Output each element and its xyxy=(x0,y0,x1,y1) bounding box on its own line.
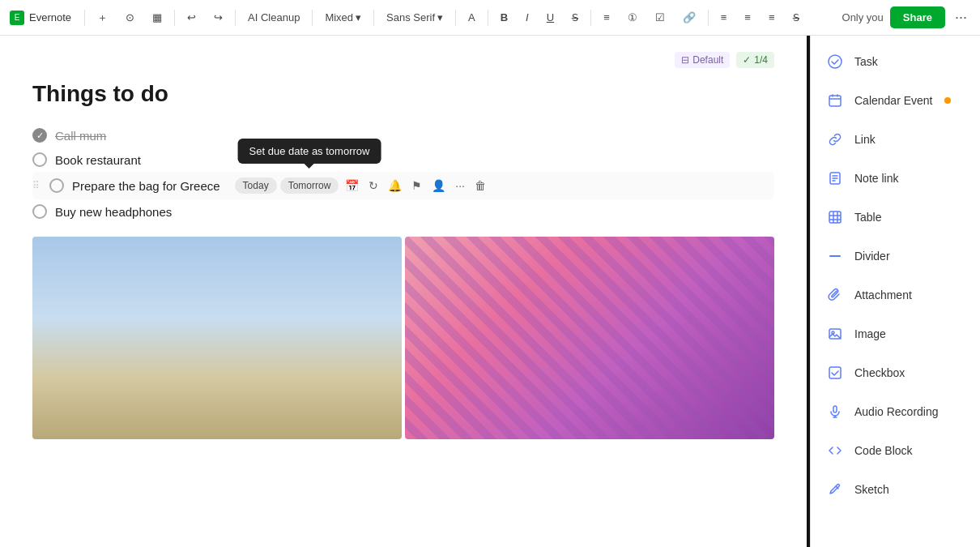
divider-3 xyxy=(235,10,236,26)
panel-checkbox-label: Checkbox xyxy=(854,366,905,379)
calendar-tool-button[interactable]: 📅 xyxy=(342,177,362,194)
count-label: 1/4 xyxy=(754,54,768,66)
bold-button[interactable]: B xyxy=(495,8,513,27)
checkbox-icon xyxy=(824,361,846,384)
task-text: Call mum xyxy=(55,129,106,143)
style-selector[interactable]: Mixed ▾ xyxy=(319,8,367,27)
calendar-badge xyxy=(944,97,951,104)
panel-item-sketch[interactable]: Sketch xyxy=(811,470,980,509)
image-icon xyxy=(824,323,846,345)
today-button[interactable]: Today xyxy=(235,177,277,194)
audio-icon xyxy=(824,400,846,423)
divider-1 xyxy=(84,10,85,26)
count-badge: ✓ 1/4 xyxy=(736,52,774,68)
panel-item-note-link[interactable]: Note link xyxy=(811,159,980,198)
panel-item-divider[interactable]: Divider xyxy=(811,237,980,276)
check-icon: ✓ xyxy=(743,54,751,66)
underline-button[interactable]: U xyxy=(541,8,560,27)
panel-item-calendar[interactable]: Calendar Event xyxy=(811,81,980,120)
default-label: Default xyxy=(692,54,723,66)
panel-item-attachment[interactable]: Attachment xyxy=(811,276,980,314)
task-item: Book restaurant xyxy=(32,147,774,172)
task-checkbox[interactable] xyxy=(32,128,47,143)
app-icon: E xyxy=(10,11,24,25)
page-title: Things to do xyxy=(32,81,774,107)
font-selector[interactable]: Sans Serif ▾ xyxy=(381,8,449,27)
task-item: Buy new headphones xyxy=(32,199,774,224)
undo-button[interactable]: ↩ xyxy=(181,8,202,27)
more-tool-button[interactable]: ··· xyxy=(452,177,468,194)
building-image xyxy=(32,237,402,439)
drag-handle[interactable]: ⠿ xyxy=(32,180,40,191)
new-button[interactable]: ＋ xyxy=(92,7,113,28)
default-badge: ⊟ Default xyxy=(675,52,730,68)
align-center-button[interactable]: ≡ xyxy=(715,8,733,27)
calendar-icon xyxy=(824,89,846,112)
attachment-icon xyxy=(824,284,846,306)
task-text: Prepare the bag for Greece xyxy=(72,179,220,193)
task-checkbox[interactable] xyxy=(49,178,64,193)
panel-item-code-block[interactable]: Code Block xyxy=(811,431,980,470)
task-button[interactable]: ⊙ xyxy=(120,8,140,27)
panel-item-checkbox[interactable]: Checkbox xyxy=(811,353,980,392)
color-button[interactable]: A xyxy=(462,8,481,27)
link-panel-icon xyxy=(824,128,846,151)
plant-image xyxy=(405,237,774,439)
numbered-list-button[interactable]: ① xyxy=(622,8,643,27)
divider-7 xyxy=(488,10,488,26)
align-left-button[interactable]: ≡ xyxy=(739,8,756,27)
redo-button[interactable]: ↪ xyxy=(208,8,228,27)
images-row xyxy=(32,237,774,439)
strikethrough2-button[interactable]: S̶ xyxy=(787,8,805,27)
ai-cleanup-button[interactable]: AI Cleanup xyxy=(242,8,305,27)
topbar: E Evernote ＋ ⊙ ▦ ↩ ↪ AI Cleanup Mixed ▾ … xyxy=(0,0,980,36)
panel-item-table[interactable]: Table xyxy=(811,198,980,237)
more-options-button[interactable]: ··· xyxy=(952,6,970,29)
panel-code-label: Code Block xyxy=(854,444,913,457)
svg-rect-1 xyxy=(829,96,841,106)
assign-tool-button[interactable]: 👤 xyxy=(428,177,449,194)
font-label: Sans Serif xyxy=(386,11,435,24)
repeat-tool-button[interactable]: ↻ xyxy=(365,177,381,194)
sketch-icon xyxy=(824,478,846,501)
visibility-label: Only you xyxy=(842,11,884,24)
panel-item-task[interactable]: Task xyxy=(811,42,980,81)
svg-rect-7 xyxy=(833,406,837,412)
editor: ⊟ Default ✓ 1/4 Things to do Call mum Bo… xyxy=(0,36,807,547)
link-button[interactable]: 🔗 xyxy=(677,8,701,27)
delete-tool-button[interactable]: 🗑 xyxy=(471,177,489,194)
task-text: Book restaurant xyxy=(55,153,141,167)
divider-9 xyxy=(708,10,709,26)
panel-item-audio[interactable]: Audio Recording xyxy=(811,392,980,431)
share-button[interactable]: Share xyxy=(890,6,945,28)
note-link-icon xyxy=(824,167,846,190)
tomorrow-button[interactable]: Tomorrow xyxy=(280,177,339,194)
panel-image-label: Image xyxy=(854,327,886,340)
flag-tool-button[interactable]: ⚑ xyxy=(408,177,425,194)
reminder-tool-button[interactable]: 🔔 xyxy=(385,177,405,194)
task-item-active: ⠿ Prepare the bag for Greece Today Set d… xyxy=(32,172,774,199)
editor-header: ⊟ Default ✓ 1/4 xyxy=(32,52,774,68)
align-right-button[interactable]: ≡ xyxy=(763,8,781,27)
divider-5 xyxy=(373,10,374,26)
panel-item-image[interactable]: Image xyxy=(811,314,980,353)
panel-attachment-label: Attachment xyxy=(854,288,912,301)
svg-point-0 xyxy=(829,55,842,68)
calendar-button[interactable]: ▦ xyxy=(147,8,168,27)
bullet-list-button[interactable]: ≡ xyxy=(598,8,616,27)
checklist-button[interactable]: ☑ xyxy=(650,8,671,27)
topbar-right: Only you Share ··· xyxy=(842,6,970,29)
task-checkbox[interactable] xyxy=(32,204,47,219)
panel-table-label: Table xyxy=(854,211,881,224)
panel-link-label: Link xyxy=(854,133,876,146)
tomorrow-container: Set due date as tomorrow Tomorrow xyxy=(280,177,339,194)
app-name: Evernote xyxy=(29,11,71,24)
task-checkbox[interactable] xyxy=(32,152,47,167)
strikethrough-button[interactable]: S̶ xyxy=(566,8,584,27)
italic-button[interactable]: I xyxy=(520,8,535,27)
panel-calendar-label: Calendar Event xyxy=(854,94,933,107)
panel-task-label: Task xyxy=(854,55,878,68)
panel-divider-label: Divider xyxy=(854,250,890,263)
panel-item-link[interactable]: Link xyxy=(811,120,980,159)
table-icon xyxy=(824,206,846,229)
